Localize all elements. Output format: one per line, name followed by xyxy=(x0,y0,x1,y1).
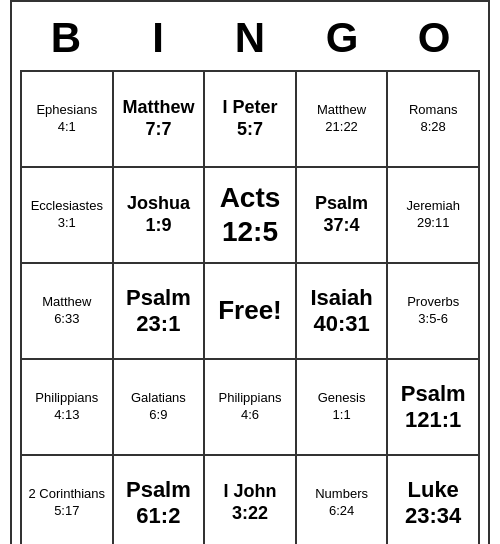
header-letter: G xyxy=(296,10,388,66)
bingo-cell: Luke 23:34 xyxy=(388,456,480,544)
cell-text: Acts 12:5 xyxy=(220,181,281,248)
cell-text: Numbers 6:24 xyxy=(315,486,368,520)
cell-text: Free! xyxy=(218,294,282,328)
cell-text: I Peter 5:7 xyxy=(222,97,277,140)
bingo-cell: Philippians 4:6 xyxy=(205,360,297,456)
cell-text: Luke 23:34 xyxy=(405,477,461,530)
bingo-cell: Joshua 1:9 xyxy=(114,168,206,264)
cell-text: Genesis 1:1 xyxy=(318,390,366,424)
bingo-cell: Free! xyxy=(205,264,297,360)
header-letter: B xyxy=(20,10,112,66)
bingo-cell: Matthew 6:33 xyxy=(22,264,114,360)
cell-text: Romans 8:28 xyxy=(409,102,457,136)
bingo-cell: Numbers 6:24 xyxy=(297,456,389,544)
bingo-cell: Matthew 21:22 xyxy=(297,72,389,168)
cell-text: Psalm 37:4 xyxy=(315,193,368,236)
cell-text: 2 Corinthians 5:17 xyxy=(28,486,105,520)
cell-text: Isaiah 40:31 xyxy=(310,285,372,338)
header-letter: I xyxy=(112,10,204,66)
cell-text: Matthew 21:22 xyxy=(317,102,366,136)
bingo-cell: I Peter 5:7 xyxy=(205,72,297,168)
bingo-cell: Galatians 6:9 xyxy=(114,360,206,456)
cell-text: Matthew 6:33 xyxy=(42,294,91,328)
bingo-cell: Psalm 37:4 xyxy=(297,168,389,264)
bingo-cell: Proverbs 3:5-6 xyxy=(388,264,480,360)
cell-text: Philippians 4:6 xyxy=(219,390,282,424)
bingo-cell: Jeremiah 29:11 xyxy=(388,168,480,264)
cell-text: Matthew 7:7 xyxy=(122,97,194,140)
cell-text: I John 3:22 xyxy=(223,481,276,524)
bingo-cell: 2 Corinthians 5:17 xyxy=(22,456,114,544)
cell-text: Psalm 121:1 xyxy=(401,381,466,434)
bingo-cell: Acts 12:5 xyxy=(205,168,297,264)
cell-text: Ecclesiastes 3:1 xyxy=(31,198,103,232)
cell-text: Philippians 4:13 xyxy=(35,390,98,424)
bingo-cell: Psalm 23:1 xyxy=(114,264,206,360)
bingo-cell: Philippians 4:13 xyxy=(22,360,114,456)
bingo-cell: Psalm 121:1 xyxy=(388,360,480,456)
bingo-card: BINGO Ephesians 4:1Matthew 7:7I Peter 5:… xyxy=(10,0,490,544)
cell-text: Galatians 6:9 xyxy=(131,390,186,424)
header-letter: N xyxy=(204,10,296,66)
cell-text: Psalm 23:1 xyxy=(126,285,191,338)
cell-text: Psalm 61:2 xyxy=(126,477,191,530)
cell-text: Ephesians 4:1 xyxy=(36,102,97,136)
cell-text: Proverbs 3:5-6 xyxy=(407,294,459,328)
bingo-cell: Matthew 7:7 xyxy=(114,72,206,168)
cell-text: Joshua 1:9 xyxy=(127,193,190,236)
bingo-cell: Psalm 61:2 xyxy=(114,456,206,544)
bingo-header: BINGO xyxy=(20,10,480,66)
bingo-cell: Genesis 1:1 xyxy=(297,360,389,456)
cell-text: Jeremiah 29:11 xyxy=(406,198,459,232)
bingo-cell: I John 3:22 xyxy=(205,456,297,544)
header-letter: O xyxy=(388,10,480,66)
bingo-cell: Ecclesiastes 3:1 xyxy=(22,168,114,264)
bingo-cell: Isaiah 40:31 xyxy=(297,264,389,360)
bingo-grid: Ephesians 4:1Matthew 7:7I Peter 5:7Matth… xyxy=(20,70,480,544)
bingo-cell: Romans 8:28 xyxy=(388,72,480,168)
bingo-cell: Ephesians 4:1 xyxy=(22,72,114,168)
